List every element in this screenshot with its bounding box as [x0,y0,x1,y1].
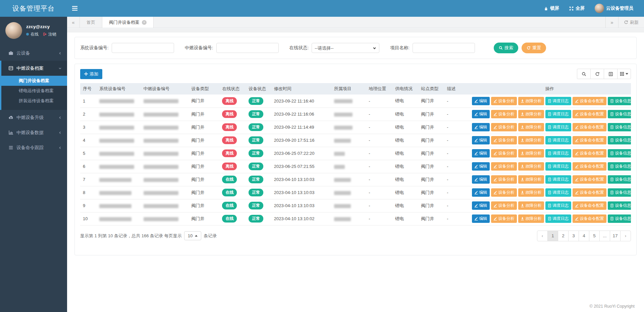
fault-analysis-button[interactable]: 故障分析 [518,149,544,158]
device-info-button[interactable]: 设备信息 [608,188,631,197]
fault-analysis-button[interactable]: 故障分析 [518,97,544,105]
tab-home[interactable]: 首页 [80,17,102,28]
tabs-scroll-left-button[interactable]: « [67,17,80,28]
device-info-button[interactable]: 设备信息 [608,214,631,223]
online-status-select[interactable]: --请选择-- [312,43,379,53]
device-analysis-button[interactable]: 设备分析 [491,188,517,197]
page-button[interactable]: 3 [568,231,579,241]
device-analysis-button[interactable]: 设备分析 [491,123,517,131]
edit-button[interactable]: 编辑 [472,123,490,131]
project-name-input[interactable] [413,43,475,53]
device-info-button[interactable]: 设备信息 [608,97,631,105]
table-detail-view-button[interactable] [604,69,618,79]
sidebar-subitem-lithium-remote-archive[interactable]: 锂电远传设备档案 [1,86,67,96]
device-analysis-button[interactable]: 设备分析 [491,201,517,210]
device-analysis-button[interactable]: 设备分析 [491,136,517,144]
device-command-config-button[interactable]: 设备命令配置 [573,123,606,131]
page-button[interactable]: 5 [589,231,600,241]
fault-analysis-button[interactable]: 故障分析 [518,175,544,184]
fault-analysis-button[interactable]: 故障分析 [518,214,544,223]
page-button[interactable]: 2 [558,231,569,241]
device-analysis-button[interactable]: 设备分析 [491,97,517,105]
search-button[interactable]: 搜索 [494,43,518,53]
reset-button[interactable]: 重置 [522,43,546,53]
close-tab-icon[interactable]: × [142,20,147,25]
dispatch-log-button[interactable]: 调度日志 [545,175,571,184]
edit-button[interactable]: 编辑 [472,214,490,223]
dispatch-log-button[interactable]: 调度日志 [545,214,571,223]
dispatch-log-button[interactable]: 调度日志 [545,136,571,144]
sidebar-item-command-tracking[interactable]: 设备命令跟踪 [0,140,67,155]
system-device-no-input[interactable] [112,43,174,53]
device-info-button[interactable]: 设备信息 [608,201,631,210]
device-command-config-button[interactable]: 设备命令配置 [573,175,606,184]
device-info-button[interactable]: 设备信息 [608,175,631,184]
sidebar-item-cloud-device[interactable]: 云设备 [0,46,67,61]
fault-analysis-button[interactable]: 故障分析 [518,123,544,131]
device-command-config-button[interactable]: 设备命令配置 [573,149,606,158]
edit-button[interactable]: 编辑 [472,201,490,210]
device-analysis-button[interactable]: 设备分析 [491,214,517,223]
fault-analysis-button[interactable]: 故障分析 [518,188,544,197]
tab-valve-well-archive[interactable]: 阀门井设备档案 × [102,17,154,28]
device-command-config-button[interactable]: 设备命令配置 [573,214,606,223]
dispatch-log-button[interactable]: 调度日志 [545,201,571,210]
logout-button[interactable]: 注销 [43,32,56,37]
device-analysis-button[interactable]: 设备分析 [491,110,517,118]
edit-button[interactable]: 编辑 [472,175,490,184]
device-info-button[interactable]: 设备信息 [608,162,631,171]
tab-refresh-button[interactable]: 刷新 [618,17,644,28]
dispatch-log-button[interactable]: 调度日志 [545,188,571,197]
table-refresh-button[interactable] [590,69,604,79]
device-info-button[interactable]: 设备信息 [608,136,631,144]
lock-screen-button[interactable]: 锁屏 [544,5,559,11]
device-analysis-button[interactable]: 设备分析 [491,175,517,184]
add-button[interactable]: 添加 [80,69,102,79]
device-command-config-button[interactable]: 设备命令配置 [573,136,606,144]
sidebar-subitem-valve-well-archive[interactable]: 阀门井设备档案 [1,76,67,86]
sidebar-subitem-assembled-remote-archive[interactable]: 拼装远传设备档案 [1,96,67,106]
tabs-scroll-right-button[interactable]: » [605,17,618,28]
device-command-config-button[interactable]: 设备命令配置 [573,110,606,118]
dispatch-log-button[interactable]: 调度日志 [545,110,571,118]
sidebar-item-device-upgrade[interactable]: 中燃设备升级 [0,110,67,125]
dispatch-log-button[interactable]: 调度日志 [545,123,571,131]
edit-button[interactable]: 编辑 [472,162,490,171]
page-button[interactable]: 1 [547,231,558,241]
prev-page-button[interactable]: ‹ [537,231,548,241]
fault-analysis-button[interactable]: 故障分析 [518,162,544,171]
device-info-button[interactable]: 设备信息 [608,123,631,131]
sidebar-item-device-archive[interactable]: 中燃设备档案 [1,61,67,76]
fault-analysis-button[interactable]: 故障分析 [518,110,544,118]
user-menu[interactable]: 云设备管理员 [595,4,633,13]
device-command-config-button[interactable]: 设备命令配置 [573,97,606,105]
sidebar-item-device-data[interactable]: 中燃设备数据 [0,125,67,140]
page-button[interactable]: 4 [579,231,589,241]
fault-analysis-button[interactable]: 故障分析 [518,201,544,210]
dispatch-log-button[interactable]: 调度日志 [545,162,571,171]
edit-button[interactable]: 编辑 [472,149,490,158]
dispatch-log-button[interactable]: 调度日志 [545,97,571,105]
zr-device-no-input[interactable] [216,43,279,53]
fullscreen-button[interactable]: 全屏 [569,5,585,11]
device-command-config-button[interactable]: 设备命令配置 [573,188,606,197]
table-columns-button[interactable] [617,69,631,79]
device-command-config-button[interactable]: 设备命令配置 [573,162,606,171]
dispatch-log-button[interactable]: 调度日志 [545,149,571,158]
edit-button[interactable]: 编辑 [472,188,490,197]
edit-button[interactable]: 编辑 [472,97,490,105]
next-page-button[interactable]: › [620,231,631,241]
edit-button[interactable]: 编辑 [472,110,490,118]
device-analysis-button[interactable]: 设备分析 [491,162,517,171]
page-button[interactable]: 17 [610,231,621,241]
table-search-button[interactable] [577,69,591,79]
page-size-select[interactable]: 10 [184,231,201,240]
edit-button[interactable]: 编辑 [472,136,490,144]
fault-analysis-button[interactable]: 故障分析 [518,136,544,144]
device-command-config-button[interactable]: 设备命令配置 [573,201,606,210]
sidebar-toggle-button[interactable] [67,0,83,17]
page-ellipsis[interactable]: ... [599,231,610,241]
device-info-button[interactable]: 设备信息 [608,149,631,158]
device-info-button[interactable]: 设备信息 [608,110,631,118]
device-analysis-button[interactable]: 设备分析 [491,149,517,158]
